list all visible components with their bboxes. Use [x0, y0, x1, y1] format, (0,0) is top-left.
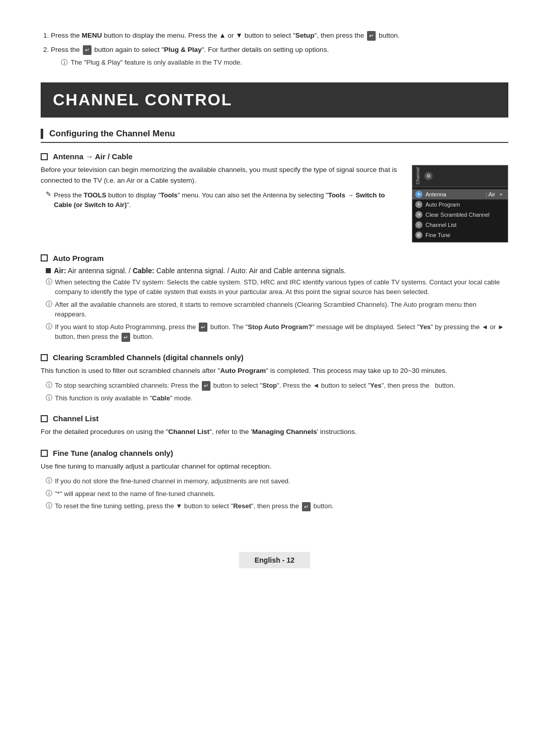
- footer: English - 12: [239, 552, 310, 568]
- bullet-icon-auto: [46, 268, 51, 273]
- chapter-title: CHANNEL CONTROL: [53, 91, 496, 109]
- menu-fine-label: Fine Tune: [425, 232, 504, 238]
- antenna-pencil-note: ✎ Press the TOOLS button to display "Too…: [41, 190, 402, 210]
- checkbox-icon-clearing: [41, 354, 48, 361]
- note-sym-2: ⓘ: [46, 300, 52, 309]
- subsection-title-finetune: Fine Tune (analog channels only): [41, 449, 508, 457]
- auto-note-1: ⓘ When selecting the Cable TV system: Se…: [41, 277, 508, 297]
- intro-item-2: Press the ↵ button again to select "Plug…: [51, 45, 508, 67]
- auto-bullet-row: Air: Air antenna signal. / Cable: Cable …: [41, 267, 508, 275]
- section-bar-icon: [41, 129, 43, 139]
- checkbox-icon-finetune: [41, 450, 48, 457]
- menu-item-clear-scrambled: ◄ Clear Scrambled Channel: [412, 210, 508, 220]
- pencil-icon-antenna: ✎: [46, 190, 51, 198]
- menu-antenna-value: : Air: [485, 191, 495, 197]
- auto-note-text-1: When selecting the Cable TV system: Sele…: [55, 277, 508, 297]
- enter-icon-clear1: ↵: [202, 381, 210, 391]
- clearing-note-text-2: This function is only available in "Cabl…: [55, 393, 193, 403]
- finetune-note-text-1: If you do not store the fine-tuned chann…: [55, 476, 290, 486]
- finetune-note-sym-2: ⓘ: [46, 489, 52, 498]
- finetune-note-sym-3: ⓘ: [46, 501, 52, 510]
- clearing-note-sym-1: ⓘ: [46, 381, 52, 390]
- antenna-body: Before your television can begin memoriz…: [41, 165, 402, 186]
- auto-note-text-3: If you want to stop Auto Programming, pr…: [55, 322, 508, 342]
- menu-auto-label: Auto Program: [425, 201, 504, 208]
- menu-item-auto-program: ● Auto Program: [412, 199, 508, 210]
- footer-wrap: English - 12: [41, 532, 508, 568]
- intro-list: Press the MENU button to display the men…: [41, 31, 508, 67]
- menu-antenna-arrow: ►: [499, 192, 504, 197]
- subsection-auto-program: Auto Program Air: Air antenna signal. / …: [41, 254, 508, 342]
- enter-icon-1: ↵: [367, 31, 376, 41]
- finetune-body: Use fine tuning to manually adjust a par…: [41, 461, 508, 472]
- clearing-note-2: ⓘ This function is only available in "Ca…: [41, 393, 508, 403]
- antenna-menu-img: Channel ⚙ ● Antenna : Air ► ● Auto Progr…: [412, 165, 508, 243]
- subsection-clearing: Clearing Scrambled Channels (digital cha…: [41, 353, 508, 403]
- antenna-two-col: Before your television can begin memoriz…: [41, 165, 508, 243]
- menu-channel-label: Channel: [415, 167, 420, 185]
- subsection-title-chlist: Channel List: [41, 414, 508, 423]
- antenna-pencil-text: Press the TOOLS button to display "Tools…: [54, 190, 402, 210]
- clearing-note-1: ⓘ To stop searching scrambled channels: …: [41, 381, 508, 391]
- auto-note-3: ⓘ If you want to stop Auto Programming, …: [41, 322, 508, 342]
- menu-item-icon-antenna: ●: [415, 191, 422, 198]
- subsection-antenna: Antenna → Air / Cable Before your televi…: [41, 152, 508, 243]
- finetune-note-sym-1: ⓘ: [46, 476, 52, 485]
- menu-item-icon-fine: ▦: [415, 231, 422, 239]
- auto-note-2: ⓘ After all the available channels are s…: [41, 300, 508, 319]
- enter-icon-2: ↵: [83, 45, 92, 55]
- finetune-note-1: ⓘ If you do not store the fine-tuned cha…: [41, 476, 508, 486]
- clearing-body: This function is used to filter out scra…: [41, 366, 508, 376]
- intro-note: ⓘ The "Plug & Play" feature is only avai…: [61, 57, 508, 68]
- subsection-title-auto: Auto Program: [41, 254, 508, 263]
- menu-top-bar: Channel ⚙: [412, 165, 508, 187]
- menu-antenna-label: Antenna: [425, 191, 482, 197]
- menu-item-fine-tune: ▦ Fine Tune: [412, 230, 508, 240]
- enter-icon-finetune: ↵: [302, 502, 311, 512]
- finetune-note-text-3: To reset the fine tuning setting, press …: [55, 501, 333, 511]
- finetune-note-3: ⓘ To reset the fine tuning setting, pres…: [41, 501, 508, 511]
- menu-item-icon-clear: ◄: [415, 211, 422, 218]
- antenna-text-col: Before your television can begin memoriz…: [41, 165, 402, 213]
- section-title: Configuring the Channel Menu: [41, 129, 508, 143]
- menu-item-antenna: ● Antenna : Air ►: [412, 189, 508, 199]
- enter-icon-auto: ↵: [199, 323, 207, 332]
- footer-label: English - 12: [255, 556, 295, 564]
- subsection-title-clearing: Clearing Scrambled Channels (digital cha…: [41, 353, 508, 362]
- checkbox-icon-antenna: [41, 153, 48, 160]
- finetune-note-text-2: "*" will appear next to the name of fine…: [55, 489, 216, 499]
- auto-note-text-2: After all the available channels are sto…: [55, 300, 508, 319]
- chlist-body: For the detailed procedures on using the…: [41, 427, 508, 438]
- clearing-note-sym-2: ⓘ: [46, 393, 52, 402]
- checkbox-icon-auto: [41, 254, 48, 261]
- enter-icon-auto2: ↵: [121, 333, 130, 342]
- subsection-title-antenna: Antenna → Air / Cable: [41, 152, 508, 161]
- menu-item-icon-chlist: ≡: [415, 221, 422, 228]
- note-circle-icon: ⓘ: [61, 57, 68, 68]
- menu-clear-label: Clear Scrambled Channel: [425, 212, 504, 218]
- note-sym-3: ⓘ: [46, 322, 52, 331]
- chapter-header: CHANNEL CONTROL: [41, 82, 508, 118]
- menu-items-list: ● Antenna : Air ► ● Auto Program ◄ Clear…: [412, 187, 508, 242]
- clearing-note-text-1: To stop searching scrambled channels: Pr…: [55, 381, 455, 391]
- checkbox-icon-chlist: [41, 415, 48, 422]
- menu-item-channel-list: ≡ Channel List: [412, 220, 508, 230]
- intro-item-1: Press the MENU button to display the men…: [51, 31, 508, 41]
- finetune-note-2: ⓘ "*" will appear next to the name of fi…: [41, 489, 508, 499]
- subsection-fine-tune: Fine Tune (analog channels only) Use fin…: [41, 449, 508, 511]
- menu-chlist-label: Channel List: [425, 222, 504, 228]
- auto-bullet-text: Air: Air antenna signal. / Cable: Cable …: [54, 267, 346, 275]
- note-sym-1: ⓘ: [46, 277, 52, 286]
- menu-item-icon-auto: ●: [415, 201, 422, 208]
- menu-top-icon: ⚙: [424, 172, 433, 180]
- subsection-channel-list: Channel List For the detailed procedures…: [41, 414, 508, 438]
